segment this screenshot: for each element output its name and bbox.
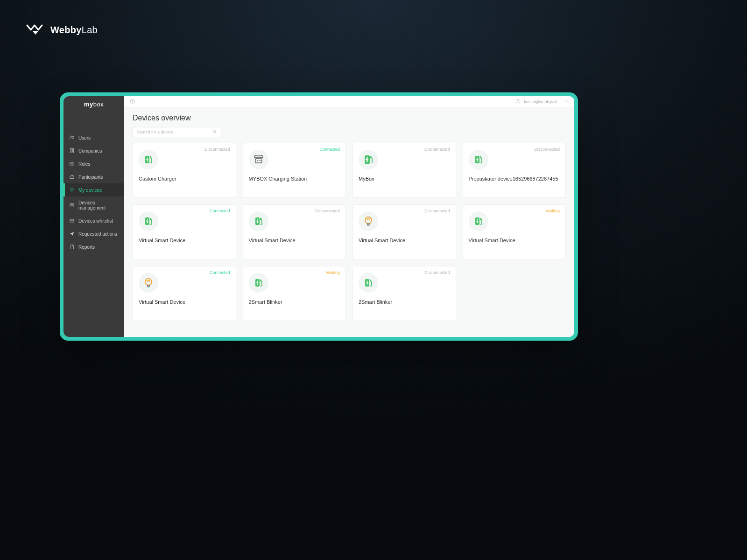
sidebar-item-requested-actions[interactable]: Requested actions [63,227,124,240]
device-status: Waiting [326,270,340,275]
device-charger-icon [139,150,158,169]
list-icon [69,203,75,208]
device-card[interactable]: WaitingVirtual Smart Device [463,204,566,259]
device-station-icon [249,150,268,169]
outer-brand: WebbyLab [26,22,98,37]
device-charger-icon [469,150,488,169]
device-card[interactable]: DisconnectedVirtual Smart Device [243,204,346,259]
device-name: 2Smart Blinker [249,299,340,305]
sidebar-item-label: Reports [78,245,95,250]
device-status: Disconnected [204,147,230,152]
sidebar-item-label: Roles [78,161,91,167]
device-charger-icon [469,211,488,231]
device-card[interactable]: Disconnected2Smart Blinker [352,266,456,321]
shield-icon [69,218,75,224]
device-card[interactable]: ConnectedMYBOX Charging Station [243,143,346,198]
back-icon[interactable] [130,98,135,105]
sidebar-logo: mybox [63,96,124,112]
building-icon [69,148,75,154]
device-status: Disconnected [424,147,450,152]
device-name: Virtual Smart Device [469,238,560,243]
search-icon [212,129,217,135]
device-card[interactable]: Waiting2Smart Blinker [243,266,346,321]
sidebar-item-reports[interactable]: Reports [63,240,124,253]
device-card[interactable]: ConnectedVirtual Smart Device [133,204,236,259]
device-name: Virtual Smart Device [359,238,450,243]
device-charger-icon [359,273,378,293]
device-charger-icon [139,211,158,231]
user-avatar-icon[interactable] [515,98,521,105]
users-icon [69,135,75,140]
sidebar-item-companies[interactable]: Companies [63,144,124,157]
device-status: Disconnected [424,270,450,275]
device-name: Virtual Smart Device [139,299,230,305]
device-status: Connected [210,209,230,213]
device-bulb-icon [359,211,378,231]
device-card[interactable]: ConnectedVirtual Smart Device [133,266,236,321]
device-bulb-icon [139,273,158,293]
outer-brand-text: WebbyLab [50,25,98,35]
device-status: Connected [319,147,340,152]
sidebar-item-label: Devices whitelist [78,218,113,224]
sidebar-item-label: My devices [78,188,102,193]
svg-point-2 [213,130,216,133]
device-card[interactable]: DisconnectedMyBox [352,143,456,198]
device-name: MYBOX Charging Station [249,176,340,182]
device-name: Virtual Smart Device [139,238,230,243]
sidebar-item-participants[interactable]: Participants [63,170,124,183]
topbar: kostia@webbylab… [124,96,574,107]
device-status: Disconnected [424,209,450,213]
sidebar-item-label: Participants [78,175,103,180]
device-name: Propuskator device1652966872287455 [469,176,560,182]
device-search[interactable] [133,127,221,137]
device-search-input[interactable] [137,130,212,134]
device-charger-icon [249,211,268,231]
app-window: mybox UsersCompaniesRolesParticipantsMy … [60,92,578,341]
device-status: Disconnected [314,209,340,213]
sidebar-item-devices-management[interactable]: Devices management [63,196,124,214]
id-icon [69,161,75,167]
svg-point-1 [517,99,519,101]
webbylab-logo-icon [26,22,45,37]
device-name: Custom Charger [139,176,230,182]
device-charger-icon [249,273,268,293]
page-title: Devices overview [124,107,574,127]
device-status: Disconnected [534,147,560,152]
device-name: MyBox [359,176,450,182]
device-status: Waiting [546,209,560,213]
chevron-down-icon[interactable] [564,99,569,105]
sidebar-item-users[interactable]: Users [63,131,124,144]
device-name: 2Smart Blinker [359,299,450,305]
sidebar-item-roles[interactable]: Roles [63,157,124,170]
device-charger-solid-icon [359,150,378,169]
file-icon [69,244,75,250]
sidebar-item-devices-whitelist[interactable]: Devices whitelist [63,214,124,227]
sidebar-item-label: Companies [78,148,102,154]
device-status: Connected [210,270,230,275]
plug-icon [69,187,75,193]
briefcase-icon [69,174,75,180]
sidebar-item-label: Users [78,135,91,140]
device-card[interactable]: DisconnectedCustom Charger [133,143,236,198]
topbar-user-label[interactable]: kostia@webbylab… [524,99,561,104]
device-card[interactable]: DisconnectedVirtual Smart Device [352,204,456,259]
send-icon [69,231,75,237]
device-card[interactable]: DisconnectedPropuskator device1652966872… [463,143,566,198]
device-grid: DisconnectedCustom ChargerConnectedMYBOX… [124,143,574,329]
sidebar-item-label: Requested actions [78,231,117,237]
main-area: kostia@webbylab… Devices overview Discon… [124,96,574,337]
sidebar-item-my-devices[interactable]: My devices [63,183,124,196]
sidebar: mybox UsersCompaniesRolesParticipantsMy … [63,96,124,337]
sidebar-nav: UsersCompaniesRolesParticipantsMy device… [63,131,124,253]
sidebar-item-label: Devices management [78,200,119,210]
device-name: Virtual Smart Device [249,238,340,243]
